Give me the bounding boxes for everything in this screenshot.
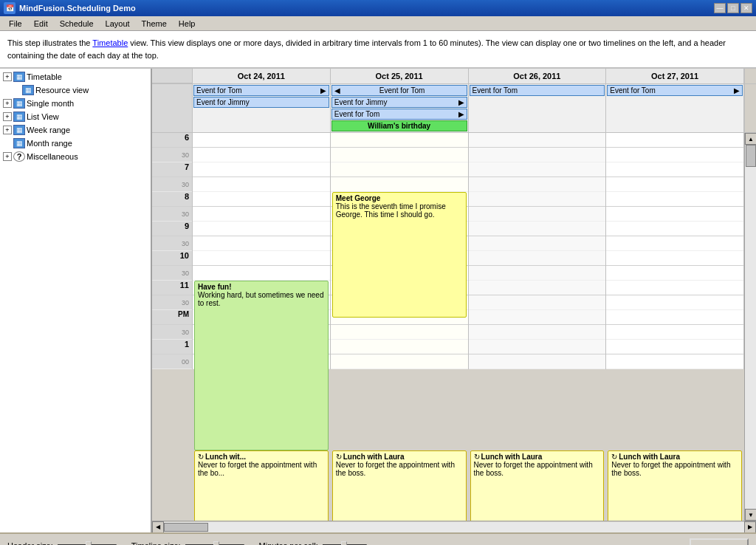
menu-help[interactable]: Help [173, 18, 202, 30]
app-icon: 📅 [4, 2, 16, 14]
single-month-label: Single month [27, 99, 74, 108]
refresh-icon: ↻ [336, 453, 342, 461]
week-range-label: Week range [27, 126, 70, 134]
arrow-right-icon: ▶ [458, 110, 464, 118]
have-fun-event[interactable]: Have fun! Working hard, but sometimes we… [194, 281, 329, 450]
expand-timetable[interactable]: + [3, 72, 12, 81]
sidebar-item-week-range[interactable]: + ▦ Week range [1, 123, 149, 137]
title-bar: 📅 MindFusion.Scheduling Demo — □ ✕ [0, 0, 756, 16]
title-bar-buttons[interactable]: — □ ✕ [714, 3, 752, 13]
meet-george-event[interactable]: Meet George This is the seventh time I p… [332, 192, 467, 318]
menu-schedule[interactable]: Schedule [54, 18, 100, 30]
lunch-title-oct26: Lunch with Laura [481, 453, 543, 461]
timetable-icon: ▦ [13, 72, 25, 82]
refresh-icon: ↻ [611, 453, 617, 461]
lunch-title-oct27: Lunch with Laura [619, 453, 680, 461]
resource-icon: ▦ [22, 85, 34, 95]
header-size-slider[interactable] [58, 541, 117, 545]
lunch-body-oct26: Never to forget the appointment with the… [474, 461, 601, 477]
half-10-label: 30 [182, 270, 189, 277]
allday-col-oct24: Event for Tom ▶ Event for Jimmy [193, 84, 331, 132]
lunch-event-oct24[interactable]: ↻ Lunch wit... Never to forget the appoi… [194, 450, 329, 521]
sidebar-item-timetable[interactable]: + ▦ Timetable [1, 70, 149, 83]
close-button[interactable]: ✕ [740, 3, 752, 13]
allday-event[interactable]: Event for Tom ▶ [607, 85, 743, 96]
sidebar-item-month-range[interactable]: ▦ Month range [1, 137, 149, 150]
expand-list-view[interactable]: + [3, 112, 12, 121]
minutes-per-cell-control: Minutes per cell: [259, 541, 367, 545]
arrow-right-icon: ▶ [734, 86, 740, 95]
hour-10-label: 10 [180, 251, 189, 260]
menu-file[interactable]: File [3, 18, 28, 30]
allday-event[interactable]: ◀ Event for Tom [331, 85, 467, 96]
hour-6-label: 6 [185, 133, 189, 142]
allday-event[interactable]: Event for Jimmy [193, 97, 329, 108]
menu-edit[interactable]: Edit [28, 18, 54, 30]
minutes-per-cell-slider[interactable] [323, 541, 367, 545]
lunch-event-oct25[interactable]: ↻ Lunch with Laura Never to forget the a… [332, 450, 467, 521]
sidebar-item-list-view[interactable]: + ▦ List View [1, 110, 149, 123]
main-layout: + ▦ Timetable ▦ Resource view + ▦ Single… [0, 69, 756, 532]
menu-layout[interactable]: Layout [100, 18, 136, 30]
horizontal-scrollbar[interactable]: ◀ ▶ [152, 521, 756, 532]
bottom-row-1: Header size: Timeline size: Minutes per … [7, 541, 682, 545]
allday-col-oct27: Event for Tom ▶ [606, 84, 744, 132]
half-1-label: 00 [182, 358, 189, 366]
set-date-range-button[interactable]: Set Date Range [690, 538, 749, 545]
timeline-size-slider[interactable] [185, 541, 244, 545]
expand-misc[interactable]: + [3, 152, 12, 161]
misc-icon: ? [13, 151, 25, 162]
expand-week-range[interactable]: + [3, 126, 12, 134]
half-12-label: 30 [182, 329, 189, 336]
lunch-event-oct27[interactable]: ↻ Lunch with Laura Never to forget the a… [608, 450, 742, 521]
hour-1-label: 1 [185, 340, 189, 349]
allday-event[interactable]: Event for Tom ▶ [193, 85, 329, 96]
half-11-label: 30 [182, 299, 189, 306]
half-7-label: 30 [182, 181, 189, 188]
lunch-event-oct26[interactable]: ↻ Lunch with Laura Never to forget the a… [470, 450, 605, 521]
meet-george-title: Meet George [336, 194, 463, 202]
allday-event[interactable]: Event for Tom ▶ [331, 109, 467, 120]
sidebar-item-misc[interactable]: + ? Miscellaneous [1, 150, 149, 163]
allday-time-spacer [152, 84, 193, 132]
time-header-spacer [152, 69, 193, 83]
col-header-oct27: Oct 27, 2011 [606, 69, 744, 83]
vertical-scrollbar[interactable]: ▲ ▼ [744, 133, 756, 521]
allday-col-oct25: ◀ Event for Tom Event for Jimmy ▶ Event … [331, 84, 469, 132]
scroll-left-button[interactable]: ◀ [152, 521, 164, 533]
resource-label: Resource view [35, 86, 89, 95]
month-range-icon: ▦ [13, 138, 25, 148]
time-grid: 6 30 7 30 8 [152, 133, 744, 521]
expand-single-month[interactable]: + [3, 99, 12, 108]
allday-event[interactable]: Event for Jimmy ▶ [331, 97, 467, 108]
allday-event-birthday[interactable]: William's birthday [331, 120, 467, 131]
lunch-body-oct27: Never to forget the appointment with the… [611, 461, 738, 477]
scroll-down-button[interactable]: ▼ [745, 509, 756, 521]
month-range-label: Month range [27, 139, 72, 148]
timetable-link[interactable]: Timetable [92, 38, 128, 47]
maximize-button[interactable]: □ [727, 3, 739, 13]
sidebar-item-resource[interactable]: ▦ Resource view [1, 83, 149, 97]
hour-12-label: PM [178, 310, 189, 318]
half-9-label: 30 [182, 240, 189, 247]
bottom-bar: Header size: Timeline size: Minutes per … [0, 532, 756, 545]
h-scroll-thumb[interactable] [164, 523, 208, 532]
lunch-title-oct25: Lunch with Laura [343, 453, 405, 461]
list-view-icon: ▦ [13, 112, 25, 122]
hour-8-label: 8 [185, 192, 189, 201]
menu-theme[interactable]: Theme [136, 18, 173, 30]
scroll-track[interactable] [745, 145, 756, 509]
minimize-button[interactable]: — [714, 3, 726, 13]
h-scroll-track[interactable] [164, 522, 744, 532]
allday-event[interactable]: Event for Tom [470, 85, 605, 96]
day-col-oct25: Meet George This is the seventh time I p… [331, 133, 469, 369]
menu-bar: File Edit Schedule Layout Theme Help [0, 16, 756, 31]
scroll-thumb[interactable] [746, 145, 756, 167]
scroll-up-button[interactable]: ▲ [745, 133, 756, 145]
half-6-label: 30 [182, 151, 189, 159]
day-columns: Have fun! Working hard, but sometimes we… [193, 133, 744, 369]
timetable-label: Timetable [27, 72, 62, 81]
description: This step illustrates the Timetable view… [0, 31, 756, 69]
sidebar-item-single-month[interactable]: + ▦ Single month [1, 97, 149, 110]
scroll-right-button[interactable]: ▶ [744, 521, 756, 533]
